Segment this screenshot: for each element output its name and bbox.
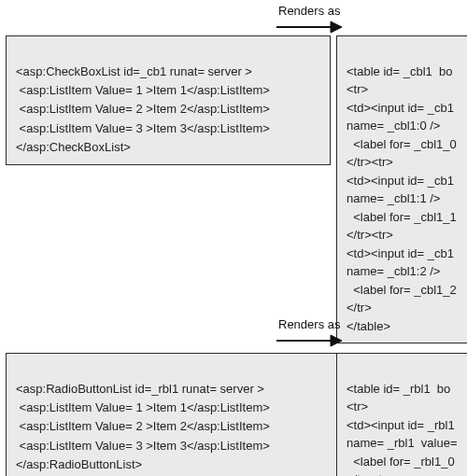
code-line: <label for= _cbl1_2 — [347, 283, 457, 297]
diagram-canvas: Renders as <asp:CheckBoxList id=_cb1 run… — [0, 0, 467, 476]
code-line: <asp:ListItem Value= 1 >Item 1</asp:List… — [16, 83, 270, 97]
code-line: <label for= _rbl1_0 — [347, 455, 455, 469]
checkboxlist-source-code: <asp:CheckBoxList id=_cb1 runat= server … — [6, 35, 331, 165]
code-line: name= _cbl1:1 /> — [347, 191, 440, 205]
code-line: </tr> — [347, 301, 372, 315]
radiobuttonlist-rendered-output: <table id= _rbl1 bo <tr> <td><input id= … — [336, 353, 467, 476]
code-line: <asp:ListItem Value= 2 >Item 2</asp:List… — [16, 102, 270, 116]
checkboxlist-rendered-output: <table id= _cbl1 bo <tr> <td><input id= … — [336, 35, 467, 343]
code-line: <td><input id= _rbl1 — [347, 418, 455, 432]
code-line: <tr> — [347, 399, 368, 413]
code-line: </asp:RadioButtonList> — [16, 457, 142, 471]
code-line: name= _cbl1:0 /> — [347, 119, 440, 133]
code-line: <label for= _cbl1_0 — [347, 137, 457, 151]
code-line: <asp:ListItem Value= 3 >Item 3</asp:List… — [16, 121, 270, 135]
code-line: </table> — [347, 319, 390, 333]
code-line: <asp:RadioButtonList id=_rbl1 runat= ser… — [16, 382, 264, 396]
code-line: <table id= _cbl1 bo — [347, 64, 452, 78]
code-line: name= _rbl1 value= — [347, 436, 458, 450]
code-line: <asp:CheckBoxList id=_cb1 runat= server … — [16, 64, 252, 78]
code-line: <asp:ListItem Value= 3 >Item 3</asp:List… — [16, 439, 270, 453]
svg-marker-1 — [331, 21, 342, 33]
code-line: <label for= _cbl1_1 — [347, 210, 457, 224]
code-line: <td><input id= _cb1 — [347, 101, 454, 115]
code-line: </tr><tr> — [347, 472, 393, 476]
code-line: <asp:ListItem Value= 2 >Item 2</asp:List… — [16, 419, 270, 433]
svg-marker-3 — [331, 335, 342, 346]
code-line: <tr> — [347, 82, 368, 96]
code-line: </tr><tr> — [347, 228, 393, 242]
code-line: <table id= _rbl1 bo — [347, 382, 450, 396]
code-line: <td><input id= _cb1 — [347, 246, 454, 260]
code-line: </tr><tr> — [347, 155, 393, 169]
renders-as-label-bottom: Renders as — [278, 317, 340, 331]
code-line: name= _cbl1:2 /> — [347, 264, 440, 278]
arrow-right-icon — [276, 334, 342, 347]
radiobuttonlist-source-code: <asp:RadioButtonList id=_rbl1 runat= ser… — [6, 353, 340, 476]
code-line: <td><input id= _cb1 — [347, 174, 454, 188]
renders-as-label-top: Renders as — [278, 4, 340, 18]
code-line: </asp:CheckBoxList> — [16, 140, 131, 154]
arrow-right-icon — [276, 21, 342, 34]
code-line: <asp:ListItem Value= 1 >Item 1</asp:List… — [16, 400, 270, 414]
